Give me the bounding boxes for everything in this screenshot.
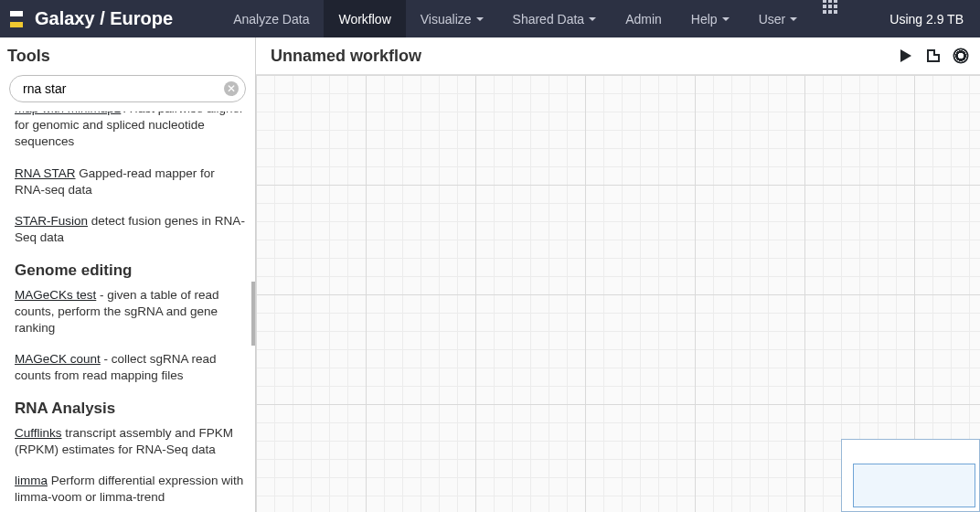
gear-icon <box>954 49 967 62</box>
clear-search-icon[interactable]: ✕ <box>224 81 239 96</box>
nav-label: Analyze Data <box>233 12 309 27</box>
nav-help[interactable]: Help <box>676 0 744 37</box>
search-input[interactable] <box>9 75 246 102</box>
nav-analyze-data[interactable]: Analyze Data <box>218 0 324 37</box>
nav-shared-data[interactable]: Shared Data <box>498 0 612 37</box>
canvas-area: Unnamed workflow <box>256 37 980 512</box>
chevron-down-icon <box>722 17 730 21</box>
tool-link[interactable]: STAR-Fusion <box>15 214 88 228</box>
play-icon <box>900 49 911 62</box>
storage-usage[interactable]: Using 2.9 TB <box>889 12 964 27</box>
canvas-actions <box>898 48 969 64</box>
tool-desc: A fast pairwise aligner for genomic and … <box>15 112 244 148</box>
apps-grid-icon[interactable] <box>823 0 839 13</box>
tool-item[interactable]: Cufflinks transcript assembly and FPKM (… <box>15 425 246 458</box>
tool-item[interactable]: limma Perform differential expression wi… <box>15 473 246 506</box>
tool-item[interactable]: RNA STAR Gapped-read mapper for RNA-seq … <box>15 165 246 198</box>
search: ✕ <box>9 75 246 102</box>
run-button[interactable] <box>898 48 914 64</box>
nav-label: Help <box>691 12 718 27</box>
tool-item[interactable]: STAR-Fusion detect fusion genes in RNA-S… <box>15 213 246 246</box>
nav-label: Admin <box>625 12 662 27</box>
chevron-down-icon <box>589 17 596 21</box>
chevron-down-icon <box>476 17 484 21</box>
nav-label: Workflow <box>338 12 390 27</box>
tool-list[interactable]: Map with minimap2 A fast pairwise aligne… <box>0 112 255 512</box>
content: Tools ✕ Map with minimap2 A fast pairwis… <box>0 37 980 512</box>
chevron-down-icon <box>790 17 797 21</box>
tool-link[interactable]: Map with minimap2 <box>15 112 121 115</box>
main-nav: Analyze Data Workflow Visualize Shared D… <box>218 0 839 37</box>
nav-label: User <box>759 12 786 27</box>
nav-label: Visualize <box>421 12 472 27</box>
section-rna-analysis: RNA Analysis <box>15 400 246 418</box>
scrollbar-thumb[interactable] <box>251 282 255 346</box>
nav-workflow[interactable]: Workflow <box>324 0 405 37</box>
section-genome-editing: Genome editing <box>15 261 246 280</box>
save-button[interactable] <box>925 48 942 64</box>
minimap-viewport[interactable] <box>853 464 975 507</box>
settings-button[interactable] <box>953 48 969 64</box>
tool-link[interactable]: limma <box>15 474 48 487</box>
tool-link[interactable]: RNA STAR <box>15 166 76 180</box>
nav-admin[interactable]: Admin <box>611 0 676 37</box>
canvas-head: Unnamed workflow <box>256 37 980 75</box>
nav-label: Shared Data <box>513 12 585 27</box>
workflow-title[interactable]: Unnamed workflow <box>271 47 421 66</box>
tool-link[interactable]: MAGeCKs test <box>15 288 96 302</box>
tool-link[interactable]: Cufflinks <box>15 426 62 440</box>
tool-link[interactable]: MAGeCK count <box>15 352 101 366</box>
save-icon <box>927 49 940 62</box>
minimap[interactable] <box>841 439 980 512</box>
tool-item[interactable]: MAGeCK count - collect sgRNA read counts… <box>15 351 246 384</box>
tool-desc: Perform differential expression with lim… <box>15 474 243 504</box>
workflow-canvas[interactable] <box>256 75 980 512</box>
tools-sidebar: Tools ✕ Map with minimap2 A fast pairwis… <box>0 37 256 512</box>
tool-item[interactable]: MAGeCKs test - given a table of read cou… <box>15 287 246 337</box>
brand-title[interactable]: Galaxy / Europe <box>35 8 173 29</box>
sidebar-title: Tools <box>0 37 255 69</box>
nav-visualize[interactable]: Visualize <box>406 0 498 37</box>
nav-user[interactable]: User <box>744 0 813 37</box>
tool-item[interactable]: Map with minimap2 A fast pairwise aligne… <box>15 112 246 151</box>
galaxy-logo-icon[interactable] <box>7 9 27 29</box>
topbar: Galaxy / Europe Analyze Data Workflow Vi… <box>0 0 980 37</box>
search-wrap: ✕ <box>0 69 255 112</box>
